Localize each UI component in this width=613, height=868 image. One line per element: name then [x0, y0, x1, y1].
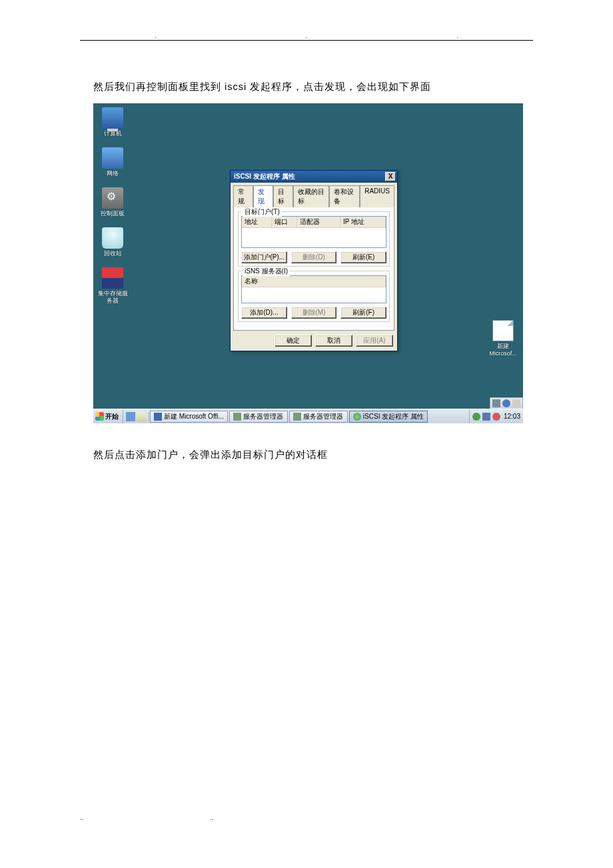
header-dots: ... [80, 33, 533, 39]
refresh-portals-button[interactable]: 刷新(E) [340, 251, 386, 263]
list-headers: 名称 [242, 276, 386, 287]
document-page: ... 然后我们再控制面板里找到 iscsi 发起程序，点击发现，会出现如下界面… [0, 0, 613, 821]
server-icon [293, 413, 301, 421]
word-icon [154, 413, 162, 421]
portals-listbox[interactable]: 地址 端口 适配器 IP 地址 [241, 216, 386, 248]
tab-general[interactable]: 常规 [233, 185, 253, 207]
col-name[interactable]: 名称 [242, 276, 386, 287]
taskbar: 开始 新建 Microsoft Offi... 服务器管理器 服务器管理器 iS… [93, 409, 523, 423]
desktop-icon-network[interactable]: 网络 [97, 147, 129, 177]
paragraph-1: 然后我们再控制面板里找到 iscsi 发起程序，点击发现，会出现如下界面 [93, 81, 520, 93]
security-tray-icon[interactable] [492, 413, 500, 421]
iscsi-icon [353, 413, 361, 421]
isns-button-row: 添加(D)... 删除(M) 刷新(F) [241, 307, 386, 319]
taskbar-item-label: 新建 Microsoft Offi... [164, 412, 224, 421]
taskbar-clock: 12:03 [502, 413, 520, 420]
add-isns-button[interactable]: 添加(D)... [241, 307, 287, 319]
taskbar-item-label: 服务器管理器 [303, 412, 343, 421]
dialog-title: iSCSI 发起程序 属性 [232, 172, 385, 181]
explorer-icon[interactable] [137, 412, 146, 421]
taskbar-item-iscsi[interactable]: iSCSI 发起程序 属性 [349, 411, 428, 423]
tab-favorites[interactable]: 收藏的目标 [293, 185, 329, 207]
list-headers: 地址 端口 适配器 IP 地址 [242, 217, 386, 228]
portals-button-row: 添加门户(P)... 删除(D) 刷新(E) [241, 251, 386, 263]
desktop-icon-label: 网络 [97, 170, 129, 177]
col-port[interactable]: 端口 [272, 217, 297, 227]
screenshot-desktop: 计算机 网络 控制面板 回收站 集中存储服务器 新建 Microsof... i… [93, 103, 523, 423]
footer-dots: .... [80, 815, 533, 821]
dialog-footer-buttons: 确定 取消 应用(A) [235, 335, 393, 347]
tab-panel-discovery: 目标门户(T) 地址 端口 适配器 IP 地址 添加门户(P)... 删除(D)… [233, 207, 394, 331]
desktop-icon-label: 新建 Microsof... [487, 343, 519, 357]
control-panel-icon [102, 187, 123, 209]
iscsi-properties-dialog: iSCSI 发起程序 属性 X 常规 发现 目标 收藏的目标 卷和设备 RADI… [230, 170, 398, 351]
recycle-bin-icon [102, 227, 123, 249]
taskbar-item-servermgr2[interactable]: 服务器管理器 [289, 411, 348, 423]
help-icon[interactable] [502, 399, 510, 407]
desktop-icon-storage-server[interactable]: 集中存储服务器 [97, 267, 129, 305]
show-desktop-icon[interactable] [126, 412, 135, 421]
desktop-icon-label: 回收站 [97, 250, 129, 257]
remove-isns-button: 删除(M) [291, 307, 337, 319]
start-label: 开始 [105, 412, 119, 421]
cancel-button[interactable]: 取消 [315, 335, 352, 347]
network-icon [102, 147, 123, 169]
tab-discovery[interactable]: 发现 [253, 185, 273, 207]
tray-above-bar [490, 397, 523, 409]
desktop-icon-label: 控制面板 [97, 210, 129, 217]
expand-icon[interactable] [512, 399, 520, 407]
dialog-titlebar[interactable]: iSCSI 发起程序 属性 X [231, 171, 397, 183]
isns-listbox[interactable]: 名称 [241, 275, 386, 303]
desktop-icon-computer[interactable]: 计算机 [97, 107, 129, 137]
tray-icon-2[interactable] [482, 413, 490, 421]
col-ip[interactable]: IP 地址 [340, 217, 386, 227]
server-icon [233, 413, 241, 421]
group-legend: iSNS 服务器(I) [243, 267, 290, 276]
storage-server-icon [102, 267, 123, 289]
document-icon [492, 320, 514, 341]
col-address[interactable]: 地址 [242, 217, 272, 227]
desktop-icon-label: 集中存储服务器 [97, 290, 129, 305]
close-button[interactable]: X [385, 172, 396, 181]
start-button[interactable]: 开始 [93, 410, 123, 423]
col-adapter[interactable]: 适配器 [297, 217, 340, 227]
remove-portal-button: 删除(D) [291, 251, 337, 263]
keyboard-icon[interactable] [492, 399, 500, 407]
add-portal-button[interactable]: 添加门户(P)... [241, 251, 287, 263]
computer-icon [102, 107, 123, 129]
refresh-isns-button[interactable]: 刷新(F) [340, 307, 386, 319]
dialog-tabs: 常规 发现 目标 收藏的目标 卷和设备 RADIUS [233, 185, 394, 207]
desktop-icon-recycle-bin[interactable]: 回收站 [97, 227, 129, 257]
taskbar-item-servermgr1[interactable]: 服务器管理器 [229, 411, 288, 423]
isns-servers-group: iSNS 服务器(I) 名称 添加(D)... 删除(M) 刷新(F) [238, 271, 390, 322]
system-tray: 12:03 [469, 409, 523, 423]
apply-button: 应用(A) [356, 335, 393, 347]
desktop-icon-new-file[interactable]: 新建 Microsof... [487, 320, 519, 357]
tab-targets[interactable]: 目标 [273, 185, 293, 207]
group-legend: 目标门户(T) [243, 207, 282, 217]
taskbar-item-label: 服务器管理器 [243, 412, 283, 421]
network-tray-icon[interactable] [472, 413, 480, 421]
desktop-icon-control-panel[interactable]: 控制面板 [97, 187, 129, 217]
tab-volumes[interactable]: 卷和设备 [329, 185, 360, 207]
taskbar-item-label: iSCSI 发起程序 属性 [363, 412, 424, 421]
paragraph-2: 然后点击添加门户，会弹出添加目标门户的对话框 [93, 449, 520, 461]
tab-radius[interactable]: RADIUS [360, 185, 394, 207]
quick-launch [123, 412, 149, 421]
header-rule: ... [80, 40, 533, 41]
ok-button[interactable]: 确定 [275, 335, 312, 347]
target-portals-group: 目标门户(T) 地址 端口 适配器 IP 地址 添加门户(P)... 删除(D)… [238, 211, 390, 267]
taskbar-item-word[interactable]: 新建 Microsoft Offi... [150, 411, 228, 423]
